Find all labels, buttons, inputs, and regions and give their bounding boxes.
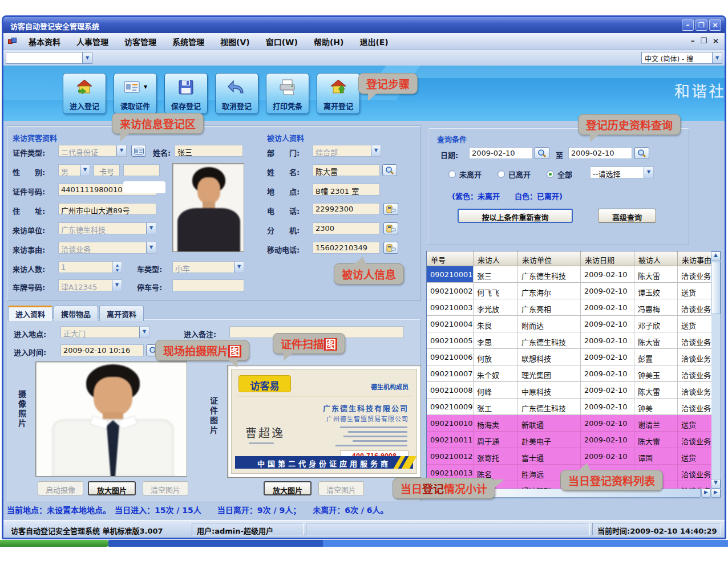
tab-携带物品[interactable]: 携带物品 <box>54 306 98 321</box>
tab-离开资料[interactable]: 离开资料 <box>99 306 144 321</box>
menu-item[interactable]: 退出(E) <box>351 36 396 47</box>
card-no-input[interactable] <box>123 164 160 176</box>
search-interviewee-button[interactable] <box>382 164 397 176</box>
column-header-单号[interactable]: 单号 <box>427 251 474 266</box>
parking-input[interactable] <box>172 279 244 291</box>
radio-icon[interactable] <box>498 170 505 178</box>
minimize-icon[interactable]: – <box>682 19 694 31</box>
entry-place-select[interactable]: 正大门 ▼ <box>60 326 149 338</box>
date-from-input[interactable]: 2009-02-10 <box>469 147 533 159</box>
menu-item[interactable]: 系统管理 <box>164 36 212 47</box>
table-row[interactable]: 090210010杨海类新联通2009-02-10谢清兰送货 <box>427 415 711 432</box>
table-row[interactable]: 090210005李思广东德生科技2009-02-10陈大雷洽谈业务 <box>427 332 711 349</box>
card-company1: 广东德生科技有限公司 <box>323 403 409 413</box>
column-header-来访日期[interactable]: 来访日期 <box>581 251 634 266</box>
toolbar-button-读取证件[interactable]: ▼读取证件 <box>114 73 157 114</box>
visitor-name-input[interactable]: 张三 <box>175 145 243 157</box>
interviewee-name-input[interactable]: 陈大雷 <box>313 164 380 176</box>
visit-company-label: 来访单位: <box>13 225 45 235</box>
filter-select[interactable]: --请选择 ▼ <box>590 166 654 178</box>
restore-icon[interactable]: ❐ <box>695 19 707 31</box>
card-footer-strip: 中国第二代身份证应用服务商 <box>235 456 413 469</box>
table-row[interactable]: 090210012张寄托富士通2009-02-10谭国送货 <box>427 448 711 465</box>
vertical-scroll-thumb[interactable] <box>711 262 721 314</box>
toolbar-button-离开登记[interactable]: 离开登记 <box>317 73 360 114</box>
toolbar-button-保存登记[interactable]: 保存登记 <box>164 73 208 114</box>
cert-no-label: 证件号码: <box>13 186 45 197</box>
visitor-count-stepper[interactable]: 1 ▲▼ <box>58 261 122 273</box>
location-input[interactable]: B幢 2301 室 <box>313 184 380 196</box>
mdi-restore-icon[interactable]: ❐ <box>700 36 707 45</box>
scroll-right-icon[interactable]: ▶ <box>701 489 711 498</box>
phone-input[interactable]: 22992300 <box>313 203 380 215</box>
mobile-input[interactable]: 15602210349 <box>313 242 380 254</box>
vehicle-type-select[interactable]: 小车 ▼ <box>172 261 244 273</box>
cert-type-select[interactable]: 二代身份证 ▼ <box>58 145 127 157</box>
scroll-down-icon[interactable]: ▼ <box>711 479 721 489</box>
dial-ext-button[interactable] <box>383 222 398 234</box>
tab-进入资料[interactable]: 进入资料 <box>8 306 52 321</box>
gender-select[interactable]: 男 ▼ <box>58 164 90 176</box>
menu-item[interactable]: 访客管理 <box>116 36 164 47</box>
menu-item[interactable]: 视图(V) <box>212 36 258 47</box>
scroll-corner-right-icon[interactable]: ▶ <box>711 489 721 498</box>
date-to-input[interactable]: 2009-02-10 <box>568 147 632 159</box>
chevron-down-icon[interactable]: ▼ <box>712 52 722 63</box>
menu-item[interactable]: 人事管理 <box>68 36 116 47</box>
table-row[interactable]: 090210008何峰中原科技2009-02-10陈大雷洽谈业务 <box>427 382 711 399</box>
visit-reason-select[interactable]: 洽谈业务 ▼ <box>58 242 156 254</box>
radio-已离开[interactable]: 已离开 <box>498 169 531 180</box>
plate-select[interactable]: 津A12345 ▼ <box>58 279 122 291</box>
zoom-photo-button[interactable]: 放大图片 <box>88 481 136 495</box>
table-row[interactable]: 090210006何放联想科技2009-02-10彭置洽谈业务 <box>427 349 711 365</box>
date-to-picker-button[interactable] <box>634 147 649 159</box>
column-header-来访事由[interactable]: 来访事由 <box>678 251 711 266</box>
radio-未离开[interactable]: 未离开 <box>448 169 482 180</box>
language-bar[interactable]: 中文 (简体) - 搜 ▼ <box>641 52 722 64</box>
table-row[interactable]: 090210009张工广东德生科技2009-02-10钟美洽谈业务 <box>427 399 711 415</box>
table-viewport: 单号来访人来访单位来访日期被访人来访事由 090210001张三广东德生科技20… <box>427 251 711 489</box>
table-row[interactable]: 090210007朱个奴理光集团2009-02-10钟美玉洽谈业务 <box>427 365 711 382</box>
requery-button[interactable]: 按以上条件重新查询 <box>458 209 573 223</box>
mdi-minimize-icon[interactable]: – <box>691 36 695 45</box>
ext-input[interactable]: 2300 <box>313 222 380 234</box>
start-camera-button[interactable]: 启动摄像 <box>38 481 83 495</box>
toolbar-button-打印凭条[interactable]: 打印凭条 <box>266 73 309 114</box>
scroll-up-icon[interactable]: ▲ <box>711 251 721 261</box>
quick-select-combo[interactable]: ▼ <box>6 52 92 64</box>
radio-全部[interactable]: 全部 <box>547 169 572 180</box>
table-row[interactable]: 090210003李光放广东亮相2009-02-10冯惠梅洽谈业务 <box>427 299 711 316</box>
column-header-被访人[interactable]: 被访人 <box>634 251 678 266</box>
radio-icon[interactable] <box>547 170 554 178</box>
toolbar-button-取消登记[interactable]: 取消登记 <box>215 73 258 114</box>
table-row[interactable]: 090210001张三广东德生科技2009-02-10陈大雷洽谈业务 <box>427 266 711 283</box>
visit-company-select[interactable]: 广东德生科技 ▼ <box>58 222 156 234</box>
toolbar-button-进入登记[interactable]: 进入登记 <box>63 73 106 114</box>
read-idcard-button[interactable] <box>131 145 146 157</box>
dept-select[interactable]: 综合部 ▼ <box>313 145 381 157</box>
stepper-arrows-icon[interactable]: ▲▼ <box>112 262 122 273</box>
radio-icon[interactable] <box>448 170 456 178</box>
table-row[interactable]: 090210004朱良附而达2009-02-10邓子欣送货 <box>427 316 711 332</box>
clear-photo-button[interactable]: 清空图片 <box>143 481 188 495</box>
entry-note-label: 进入备注: <box>184 328 216 339</box>
advanced-query-button[interactable]: 高级查询 <box>598 209 656 223</box>
chevron-down-icon[interactable]: ▼ <box>82 52 92 63</box>
zoom-card-button[interactable]: 放大图片 <box>264 481 312 495</box>
date-from-picker-button[interactable] <box>535 147 549 159</box>
menu-item[interactable]: 帮助(H) <box>306 36 352 47</box>
dial-mobile-button[interactable] <box>383 242 398 254</box>
menu-item[interactable]: 窗口(W) <box>258 36 306 47</box>
mdi-close-icon[interactable]: × <box>713 36 719 45</box>
clear-card-button[interactable]: 清空图片 <box>318 481 364 495</box>
table-row[interactable]: 090210002何飞飞广东海尔2009-02-10谭玉姣送货 <box>427 283 711 299</box>
close-icon[interactable]: × <box>709 19 721 31</box>
column-header-来访单位[interactable]: 来访单位 <box>518 251 581 266</box>
card-image-vertical-label: 证件图片 <box>208 397 219 436</box>
address-input[interactable]: 广州市中山大道89号 <box>58 203 156 215</box>
column-header-来访人[interactable]: 来访人 <box>474 251 518 266</box>
dial-phone-button[interactable] <box>383 203 398 215</box>
entry-time-input[interactable]: 2009-02-10 10:16 <box>60 344 144 356</box>
table-row[interactable]: 090210011周于通赴美电子2009-02-10陈大雷洽谈业务 <box>427 432 711 448</box>
menu-item[interactable]: 基本资料 <box>21 36 68 47</box>
